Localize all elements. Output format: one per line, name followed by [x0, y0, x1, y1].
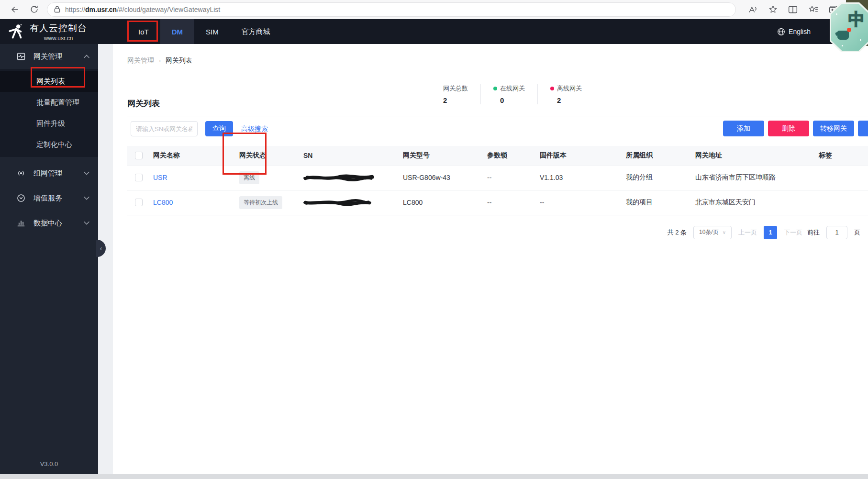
gateway-name-link[interactable]: USR — [153, 174, 167, 181]
sticker-character: 中 — [848, 9, 865, 31]
param-lock-cell: -- — [485, 190, 538, 215]
url-path: /#/cloud/gateway/ViewGatewayList — [117, 6, 220, 13]
sidebar-item-gateway-list[interactable]: 网关列表 — [0, 71, 98, 92]
organization-cell: 我的项目 — [624, 190, 693, 215]
back-icon[interactable] — [7, 2, 23, 17]
stat-total: 网关总数 2 — [443, 84, 480, 104]
row-checkbox[interactable] — [135, 199, 143, 206]
screen: https://dm.usr.cn/#/cloud/gateway/ViewGa… — [0, 0, 868, 479]
jump-page-input[interactable] — [826, 226, 847, 239]
gateway-table: 网关名称 网关状态 SN 网关型号 参数锁 固件版本 所属组织 网关地址 标签 … — [127, 146, 868, 215]
current-page-button[interactable]: 1 — [764, 226, 777, 239]
stat-offline-label: 离线网关 — [557, 84, 582, 93]
more-button[interactable]: 更多 — [858, 121, 868, 136]
sn-redaction-scribble — [303, 198, 371, 207]
window-bottom-edge — [0, 474, 868, 479]
query-button[interactable]: 查询 — [205, 121, 233, 136]
sidebar-group-data-center[interactable]: 数据中心 — [0, 211, 98, 235]
sidebar: 网关管理 网关列表 批量配置管理 固件升级 定制化中心 组网管理 增值服务 — [0, 44, 98, 474]
add-button[interactable]: 添加 — [723, 121, 764, 136]
row-checkbox[interactable] — [135, 174, 143, 181]
sticker-artwork: 中 — [831, 4, 868, 51]
stat-online-label: 在线网关 — [500, 84, 525, 93]
col-gateway-model: 网关型号 — [401, 146, 485, 165]
chevron-up-icon — [84, 55, 89, 58]
app-version: V3.0.0 — [0, 460, 98, 468]
breadcrumb: 网关管理 › 网关列表 — [127, 56, 868, 65]
refresh-icon[interactable] — [26, 2, 42, 17]
address-bar[interactable]: https://dm.usr.cn/#/cloud/gateway/ViewGa… — [47, 2, 736, 17]
sidebar-group-label: 增值服务 — [33, 194, 62, 203]
page-size-value: 10条/页 — [699, 228, 719, 236]
sidebar-group-value-services[interactable]: 增值服务 — [0, 186, 98, 211]
chevron-down-icon — [84, 196, 89, 200]
address-cell: 山东省济南市历下区坤顺路 — [693, 165, 817, 190]
firmware-cell: -- — [538, 190, 624, 215]
breadcrumb-current: 网关列表 — [166, 56, 192, 65]
app-header: 有人云控制台 www.usr.cn IoT DM SIM 官方商城 Englis… — [0, 19, 868, 44]
notification-dot — [847, 28, 851, 32]
url-scheme: https:// — [65, 6, 85, 13]
col-gateway-status: 网关状态 — [237, 146, 301, 165]
delete-button[interactable]: 删除 — [768, 121, 809, 136]
tab-iot[interactable]: IoT — [127, 19, 160, 44]
select-all-checkbox[interactable] — [135, 152, 143, 159]
content-gutter — [98, 44, 113, 474]
favorite-star-icon[interactable] — [765, 2, 781, 17]
brand[interactable]: 有人云控制台 www.usr.cn — [0, 22, 98, 42]
favorites-bar-icon[interactable] — [805, 2, 821, 17]
col-param-lock: 参数锁 — [485, 146, 538, 165]
sidebar-group-label: 网关管理 — [33, 52, 62, 61]
col-firmware-version: 固件版本 — [538, 146, 624, 165]
sidebar-group-label: 数据中心 — [33, 219, 62, 228]
split-screen-icon[interactable] — [785, 2, 801, 17]
divider — [127, 116, 868, 116]
status-badge: 离线 — [239, 171, 259, 184]
page-unit-label: 页 — [854, 228, 860, 237]
sidebar-group-gateway-management[interactable]: 网关管理 — [0, 44, 98, 69]
gateway-model-cell: LC800 — [401, 190, 485, 215]
sidebar-item-customization-center[interactable]: 定制化中心 — [0, 134, 98, 155]
gateway-stats: 网关总数 2 在线网关 0 离线网关 2 — [443, 84, 594, 104]
sticker-shirt-icon — [837, 31, 849, 40]
tab-official-mall[interactable]: 官方商城 — [230, 19, 282, 44]
offline-dot-icon — [550, 87, 554, 90]
total-count: 共 2 条 — [668, 228, 687, 237]
read-aloud-icon[interactable] — [745, 2, 761, 17]
page-size-select[interactable]: 10条/页 ∨ — [693, 226, 732, 239]
jump-label: 前往 — [807, 228, 820, 237]
col-tag: 标签 — [817, 146, 868, 165]
gateway-name-link[interactable]: LC800 — [153, 199, 173, 206]
sidebar-group-label: 组网管理 — [33, 169, 62, 178]
gateway-submenu: 网关列表 批量配置管理 固件升级 定制化中心 — [0, 69, 98, 157]
organization-cell: 我的分组 — [624, 165, 693, 190]
tag-cell — [817, 190, 868, 215]
lock-icon — [54, 6, 60, 13]
tab-sim[interactable]: SIM — [194, 19, 230, 44]
col-organization: 所属组织 — [624, 146, 693, 165]
table-header-row: 网关名称 网关状态 SN 网关型号 参数锁 固件版本 所属组织 网关地址 标签 — [127, 146, 868, 165]
advanced-search-link[interactable]: 高级搜索 — [241, 125, 268, 134]
sn-redaction-scribble — [303, 173, 374, 182]
table-row: LC800 等待初次上线 LC800 -- -- — [127, 190, 868, 215]
page-title: 网关列表 — [127, 98, 160, 109]
sidebar-item-firmware-upgrade[interactable]: 固件升级 — [0, 113, 98, 134]
sidebar-item-batch-config[interactable]: 批量配置管理 — [0, 92, 98, 113]
brand-title: 有人云控制台 — [30, 22, 87, 34]
stat-total-value: 2 — [443, 96, 468, 104]
chevron-down-icon — [84, 221, 89, 225]
next-page-button[interactable]: 下一页 — [784, 228, 802, 237]
breadcrumb-parent[interactable]: 网关管理 — [127, 56, 154, 65]
status-badge: 等待初次上线 — [239, 196, 282, 209]
broadcast-icon — [16, 168, 26, 178]
col-sn: SN — [301, 146, 401, 165]
prev-page-button[interactable]: 上一页 — [738, 228, 757, 237]
online-dot-icon — [493, 87, 497, 90]
top-nav-tabs: IoT DM SIM 官方商城 — [127, 19, 282, 44]
firmware-cell: V1.1.03 — [538, 165, 624, 190]
sidebar-group-networking[interactable]: 组网管理 — [0, 161, 98, 186]
transfer-gateway-button[interactable]: 转移网关 — [813, 121, 854, 136]
tab-dm[interactable]: DM — [160, 19, 194, 44]
search-input[interactable] — [131, 121, 198, 136]
corner-sticker[interactable]: 中 — [830, 2, 868, 52]
